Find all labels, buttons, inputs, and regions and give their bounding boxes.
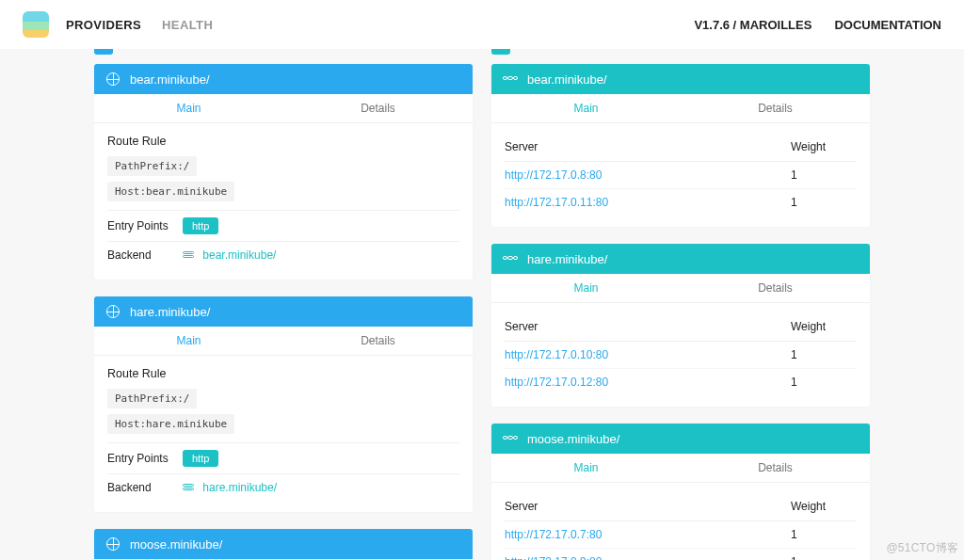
server-col-header: Server xyxy=(505,500,791,513)
entry-point-pill: http xyxy=(183,450,218,467)
server-url[interactable]: http://172.17.0.10:80 xyxy=(505,348,608,361)
tab-details[interactable]: Details xyxy=(681,274,870,302)
tab-details[interactable]: Details xyxy=(283,94,473,122)
backend-card: bear.minikube/ Main Details Server Weigh… xyxy=(491,64,870,227)
server-weight: 1 xyxy=(791,196,857,209)
nav-documentation[interactable]: DOCUMENTATION xyxy=(834,18,941,32)
route-rule-value: PathPrefix:/ xyxy=(107,389,197,408)
backend-name: hare.minikube/ xyxy=(527,252,607,266)
disk-icon xyxy=(183,251,194,261)
backend-card-header: bear.minikube/ xyxy=(491,64,870,94)
backend-card-header: moose.minikube/ xyxy=(491,424,870,454)
weight-col-header: Weight xyxy=(791,320,857,333)
nav-health[interactable]: HEALTH xyxy=(162,18,213,32)
backend-link[interactable]: hare.minikube/ xyxy=(202,481,277,494)
frontend-name: bear.minikube/ xyxy=(130,72,210,87)
globe-icon xyxy=(105,304,120,319)
weight-col-header: Weight xyxy=(791,140,857,153)
backend-link[interactable]: bear.minikube/ xyxy=(202,248,276,262)
backend-label: Backend xyxy=(107,248,183,262)
backend-name: bear.minikube/ xyxy=(527,72,607,87)
entry-points-label: Entry Points xyxy=(107,452,183,465)
disk-icon xyxy=(503,431,518,446)
tab-main[interactable]: Main xyxy=(491,274,681,302)
route-rule-value: Host:hare.minikube xyxy=(107,414,234,434)
frontend-card-header: moose.minikube/ xyxy=(94,529,473,559)
server-url[interactable]: http://172.17.0.7:80 xyxy=(505,528,602,541)
frontends-column: bear.minikube/ Main Details Route Rule P… xyxy=(94,34,473,560)
route-rule-value: Host:bear.minikube xyxy=(107,182,234,201)
server-weight: 1 xyxy=(791,168,857,182)
disk-icon xyxy=(503,251,518,266)
nav-providers[interactable]: PROVIDERS xyxy=(66,18,141,32)
frontend-card-header: bear.minikube/ xyxy=(94,64,473,94)
server-weight: 1 xyxy=(791,348,857,361)
server-url[interactable]: http://172.17.0.12:80 xyxy=(505,376,608,389)
tab-main[interactable]: Main xyxy=(491,94,681,122)
server-url[interactable]: http://172.17.0.11:80 xyxy=(505,196,608,209)
frontend-name: hare.minikube/ xyxy=(130,305,210,319)
frontend-card: bear.minikube/ Main Details Route Rule P… xyxy=(94,64,473,280)
backends-column: bear.minikube/ Main Details Server Weigh… xyxy=(491,34,870,560)
tab-main[interactable]: Main xyxy=(491,454,681,482)
server-col-header: Server xyxy=(505,320,791,333)
tab-main[interactable]: Main xyxy=(94,94,283,122)
brand-logo xyxy=(23,11,49,38)
entry-point-pill: http xyxy=(183,217,218,234)
disk-icon xyxy=(503,72,518,87)
tab-details[interactable]: Details xyxy=(681,454,870,482)
watermark: @51CTO博客 xyxy=(886,540,958,556)
server-weight: 1 xyxy=(791,555,857,560)
globe-icon xyxy=(105,72,120,87)
route-rule-label: Route Rule xyxy=(107,367,459,380)
backend-card: hare.minikube/ Main Details Server Weigh… xyxy=(491,244,870,407)
backend-card: moose.minikube/ Main Details Server Weig… xyxy=(491,424,870,560)
frontend-card: hare.minikube/ Main Details Route Rule P… xyxy=(94,296,473,512)
tab-details[interactable]: Details xyxy=(283,327,473,355)
server-url[interactable]: http://172.17.0.8:80 xyxy=(505,168,602,182)
tab-main[interactable]: Main xyxy=(94,327,283,355)
backend-label: Backend xyxy=(107,481,183,494)
route-rule-label: Route Rule xyxy=(107,135,459,148)
server-url[interactable]: http://172.17.0.9:80 xyxy=(505,555,602,560)
disk-icon xyxy=(183,484,194,493)
entry-points-label: Entry Points xyxy=(107,219,183,232)
server-weight: 1 xyxy=(791,528,857,541)
frontend-card-header: hare.minikube/ xyxy=(94,296,473,327)
version-label: V1.7.6 / MAROILLES xyxy=(694,18,811,32)
top-nav: PROVIDERS HEALTH V1.7.6 / MAROILLES DOCU… xyxy=(0,0,964,49)
server-col-header: Server xyxy=(505,140,791,153)
tab-details[interactable]: Details xyxy=(681,94,870,122)
frontend-name: moose.minikube/ xyxy=(130,537,222,552)
server-weight: 1 xyxy=(791,376,857,389)
weight-col-header: Weight xyxy=(791,500,857,513)
frontend-card: moose.minikube/ Main Details Route Rule … xyxy=(94,529,473,560)
backend-name: moose.minikube/ xyxy=(527,432,619,446)
globe-icon xyxy=(105,536,120,552)
route-rule-value: PathPrefix:/ xyxy=(107,156,197,176)
backend-card-header: hare.minikube/ xyxy=(491,244,870,274)
